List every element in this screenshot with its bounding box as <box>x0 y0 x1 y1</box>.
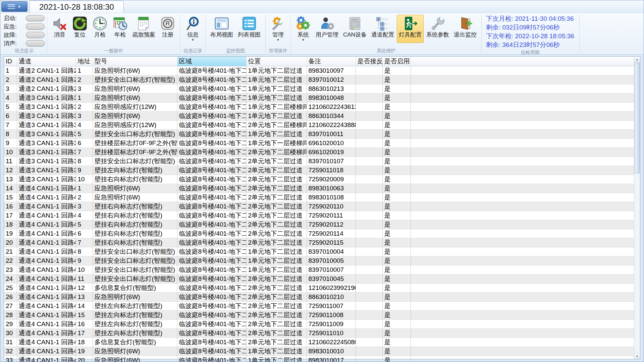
toolbar-button-label: 灯具配置 <box>399 31 422 38</box>
col-header-3[interactable]: 型号 <box>93 57 177 66</box>
table-row[interactable]: 26通道4 CAN1-1 回路413应急照明灯(6W)临波庭8号楼/401-地下… <box>4 292 634 301</box>
table-row[interactable]: 15通道4 CAN1-1 回路42应急照明灯(6W)临波庭8号楼/401-地下二… <box>4 193 634 202</box>
table-row[interactable]: 32通道4 CAN1-1 回路419应急照明灯(6W)临波庭8号楼/401-地下… <box>4 347 634 356</box>
table-row[interactable]: 27通道4 CAN1-1 回路414壁挂左向标志灯(智能型)临波庭8号楼/401… <box>4 301 634 310</box>
table-row[interactable]: 14通道4 CAN1-1 回路41应急照明灯(6W)临波庭8号楼/401-地下二… <box>4 184 634 193</box>
toolbar-button-annual-check[interactable]: 年检 <box>110 15 130 43</box>
table-cell: 临波庭8号楼/401-地下二层 <box>177 138 246 147</box>
toolbar-button-mute[interactable]: 消音 <box>50 15 69 43</box>
table-row[interactable]: 16通道4 CAN1-1 回路43壁挂右向标志灯(智能型)临波庭8号楼/401-… <box>4 202 634 211</box>
group-separator <box>180 15 180 53</box>
exit-lamp-icon <box>403 16 418 31</box>
table-cell <box>356 283 382 292</box>
table-cell: 2单元地下二层过道 <box>246 338 307 347</box>
scroll-down-arrow[interactable]: ▼ <box>634 353 640 359</box>
table-cell-filler <box>411 93 634 102</box>
table-cell <box>356 175 382 184</box>
table-cell: 临波庭8号楼/401-地下二层 <box>177 84 246 93</box>
scroll-up-arrow[interactable]: ▲ <box>634 57 640 62</box>
table-row[interactable]: 11通道3 CAN1-1 回路38壁挂安全出口标志灯(智能型)临波庭8号楼/40… <box>4 157 634 166</box>
toolbar-button-label: 布局视图 <box>210 31 233 38</box>
table-cell: 应急照明灯(6W) <box>93 93 177 102</box>
table-cell: 通道4 CAN1-1 回路4 <box>17 238 76 247</box>
table-row[interactable]: 31通道4 CAN1-1 回路418多信息复合灯(智能型)临波庭8号楼/401-… <box>4 338 634 347</box>
col-header-5[interactable]: 位置 <box>246 57 307 66</box>
toolbar-button-system-params[interactable]: 系统参数 <box>424 15 451 43</box>
table-row[interactable]: 24通道4 CAN1-1 回路411壁挂安全出口标志灯(智能型)临波庭8号楼/4… <box>4 274 634 283</box>
toolbar-button-exit-monitor[interactable]: 退出监控 <box>452 15 479 43</box>
col-header-8[interactable]: 是否启用 <box>382 57 411 66</box>
table-row[interactable]: 30通道4 CAN1-1 回路417壁挂左向标志灯(智能型)临波庭8号楼/401… <box>4 328 634 338</box>
table-cell: 壁挂安全出口标志灯(智能型) <box>93 75 177 84</box>
main-menu-button[interactable]: ▼ <box>1 1 28 12</box>
table-cell: 8397010007 <box>307 265 356 274</box>
table-cell: 临波庭8号楼/401-地下二层 <box>177 319 246 328</box>
table-row[interactable]: 29通道4 CAN1-1 回路416壁挂左向标志灯(智能型)临波庭8号楼/401… <box>4 319 634 328</box>
table-row[interactable]: 18通道4 CAN1-1 回路45壁挂右向标志灯(智能型)临波庭8号楼/401-… <box>4 220 634 229</box>
table-row[interactable]: 28通道4 CAN1-1 回路415壁挂左向标志灯(智能型)临波庭8号楼/401… <box>4 310 634 319</box>
table-cell: 7259020112 <box>307 220 356 229</box>
col-header-7[interactable]: 是否接反 <box>356 57 382 66</box>
col-header-1[interactable]: 通道 <box>17 57 76 66</box>
status-row: 启动: <box>4 14 45 22</box>
table-row[interactable]: 3通道2 CAN1-1 回路23应急照明灯(6W)临波庭8号楼/401-地下二层… <box>4 84 634 93</box>
table-row[interactable]: 8通道3 CAN1-1 回路35壁挂安全出口标志灯(智能型)临波庭8号楼/401… <box>4 129 634 138</box>
toolbar-button-layout-view[interactable]: 布局视图 <box>208 15 235 43</box>
toolbar-button-register[interactable]: R注册 <box>158 15 177 43</box>
col-header-6[interactable]: 备注 <box>307 57 356 66</box>
toolbar-button-label: 列表视图 <box>238 31 261 38</box>
toolbar-button-reset[interactable]: 复位 <box>70 15 90 43</box>
table-row[interactable]: 1通道2 CAN1-1 回路21应急照明灯(6W)临波庭8号楼/401-地下二层… <box>4 66 634 75</box>
toolbar-button-info[interactable]: 信息▼ <box>183 15 203 43</box>
table-cell: 26 <box>4 292 17 301</box>
toolbar-button-lamp-config[interactable]: 灯具配置 <box>397 15 424 43</box>
table-cell: 通道4 CAN1-1 回路4 <box>17 292 76 301</box>
table-row[interactable]: 25通道4 CAN1-1 回路412多信息复合灯(智能型)临波庭8号楼/401-… <box>4 283 634 292</box>
table-cell: 2单元地下二层过道 <box>246 310 307 319</box>
table-cell: 16 <box>4 202 17 211</box>
toolbar-button-list-view[interactable]: 列表视图 <box>236 15 263 43</box>
table-row[interactable]: 23通道4 CAN1-1 回路410壁挂安全出口标志灯(智能型)临波庭8号楼/4… <box>4 265 634 274</box>
toolbar-button-can-device[interactable]: CAN设备 <box>341 15 369 43</box>
table-cell: 8397010011 <box>307 129 356 138</box>
table-row[interactable]: 6通道3 CAN1-1 回路33应急照明灯(6W)临波庭8号楼/401-地下二层… <box>4 111 634 120</box>
table-row[interactable]: 19通道4 CAN1-1 回路46壁挂右向标志灯(智能型)临波庭8号楼/401-… <box>4 229 634 238</box>
table-row[interactable]: 33通道4 CAN1-1 回路420应急照明灯(6W)临波庭8号楼/401-地下… <box>4 356 634 362</box>
col-header-4[interactable]: 区域 <box>177 57 246 66</box>
table-cell: 8983010010 <box>307 347 356 356</box>
table-row[interactable]: 9通道3 CAN1-1 回路36壁挂楼层标志灯0F-9F之外(智能型)临波庭8号… <box>4 138 634 147</box>
toolbar-button-manage[interactable]: 管理▼ <box>268 15 288 43</box>
table-row[interactable]: 10通道3 CAN1-1 回路37壁挂楼层标志灯0F-9F之外(智能型)临波庭8… <box>4 147 634 157</box>
table-row[interactable]: 12通道3 CAN1-1 回路39壁挂左向标志灯(智能型)临波庭8号楼/401-… <box>4 166 634 175</box>
toolbar-button-monthly-check[interactable]: 月检 <box>90 15 110 43</box>
table-row[interactable]: 7通道3 CAN1-1 回路34应急照明感应灯(12W)临波庭8号楼/401-地… <box>4 120 634 129</box>
tab-current-session[interactable]: 2021-10-28 18:08:30 <box>30 1 124 13</box>
table-cell: 7 <box>4 120 17 129</box>
table-cell: 1单元地下二层过道 <box>246 256 307 265</box>
table-row[interactable]: 21通道4 CAN1-1 回路48壁挂安全出口标志灯(智能型)临波庭8号楼/40… <box>4 247 634 256</box>
table-row[interactable]: 2通道2 CAN1-1 回路22壁挂安全出口标志灯(智能型)临波庭8号楼/401… <box>4 75 634 84</box>
table-row[interactable]: 17通道4 CAN1-1 回路44壁挂右向标志灯(智能型)临波庭8号楼/401-… <box>4 211 634 220</box>
table-cell: 通道4 CAN1-1 回路4 <box>17 338 76 347</box>
table-cell: 32 <box>4 347 17 356</box>
table-row[interactable]: 22通道4 CAN1-1 回路49壁挂安全出口标志灯(智能型)临波庭8号楼/40… <box>4 256 634 265</box>
toolbar-button-channel-config[interactable]: 通道配置 <box>369 15 396 43</box>
table-row[interactable]: 20通道4 CAN1-1 回路47壁挂右向标志灯(智能型)临波庭8号楼/401-… <box>4 238 634 247</box>
toolbar-button-system[interactable]: 系统▼ <box>293 15 313 43</box>
table-row[interactable]: 13通道3 CAN1-1 回路310壁挂右向标志灯(智能型)临波庭8号楼/401… <box>4 175 634 184</box>
table-row[interactable]: 5通道3 CAN1-1 回路32应急照明感应灯(12W)临波庭8号楼/401-地… <box>4 102 634 111</box>
toolbar-button-user-management[interactable]: 用户管理 <box>314 15 340 43</box>
table-cell: 临波庭8号楼/401-地下二层 <box>177 75 246 84</box>
table-cell: 1 <box>4 66 17 75</box>
vertical-scrollbar[interactable]: ▲ ▼ <box>634 57 640 359</box>
toolbar-button-label: 退出监控 <box>454 31 477 38</box>
table-row[interactable]: 4通道3 CAN1-1 回路31应急照明灯(6W)临波庭8号楼/401-地下二层… <box>4 93 634 102</box>
table-cell-filler <box>411 310 634 319</box>
col-header-0[interactable]: ID <box>4 57 17 66</box>
scroll-thumb[interactable] <box>635 63 640 173</box>
toolbar-button-evacuation-plan[interactable]: 疏散预案 <box>130 15 157 43</box>
col-header-2[interactable]: 地址 <box>76 57 93 66</box>
table-cell-filler <box>411 238 634 247</box>
table-cell: 是 <box>382 138 411 147</box>
toolbar-group: 消音复位月检年检疏散预案R注册一般操作 <box>48 13 180 54</box>
